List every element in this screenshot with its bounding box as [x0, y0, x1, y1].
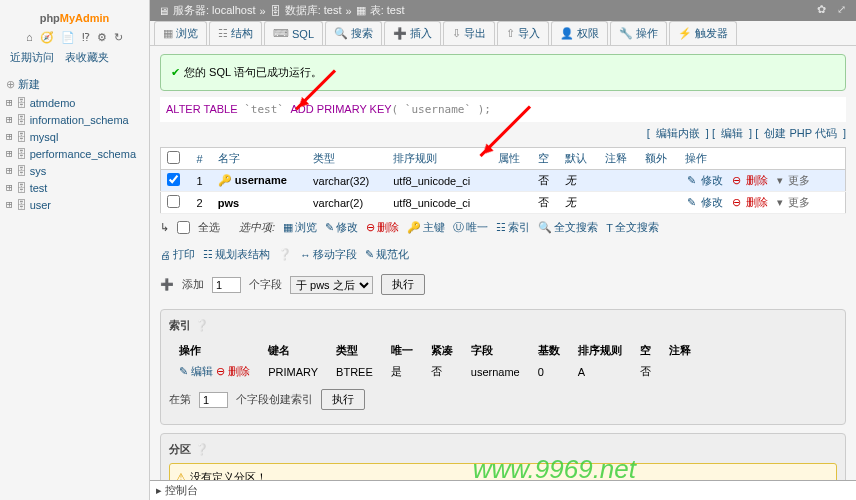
bc-db[interactable]: 数据库: test — [285, 3, 342, 18]
normalize-link[interactable]: ✎ 规范化 — [365, 247, 409, 262]
col-num[interactable]: # — [190, 148, 211, 170]
tree-db[interactable]: ⊞🗄information_schema — [4, 111, 145, 128]
bc-server[interactable]: 服务器: localhost — [173, 3, 256, 18]
result-links: [ 编辑内嵌 ] [ 编辑 ] [ 创建 PHP 代码 ] — [160, 126, 846, 141]
bc-table[interactable]: 表: test — [370, 3, 405, 18]
recent-link[interactable]: 近期访问 — [10, 51, 54, 63]
add-position-select[interactable]: 于 pws 之后 — [290, 276, 373, 294]
tab-triggers[interactable]: ⚡触发器 — [669, 21, 737, 45]
tab-import[interactable]: ⇧导入 — [497, 21, 549, 45]
add-count-input[interactable] — [212, 277, 241, 293]
propose-link[interactable]: ☷ 规划表结构 — [203, 247, 270, 262]
row-more[interactable]: ▾ 更多 — [777, 174, 812, 186]
tree-new[interactable]: ⊕新建 — [4, 75, 145, 94]
col-extra: 额外 — [639, 148, 679, 170]
table-icon: ▦ — [356, 4, 366, 17]
index-go-button[interactable]: 执行 — [321, 389, 365, 410]
tree-db[interactable]: ⊞🗄mysql — [4, 128, 145, 145]
db-tree: ⊕新建 ⊞🗄atmdemo ⊞🗄information_schema ⊞🗄mys… — [0, 69, 149, 219]
bulk-browse[interactable]: ▦ 浏览 — [283, 220, 317, 235]
bulk-fulltext2[interactable]: T 全文搜索 — [606, 220, 659, 235]
home-icon[interactable]: ⌂ — [26, 31, 33, 43]
help-icon[interactable]: ❔ — [195, 319, 209, 332]
db-icon: 🗄 — [16, 148, 27, 160]
bulk-primary[interactable]: 🔑 主键 — [407, 220, 445, 235]
settings-icon[interactable]: ⚙ — [97, 31, 107, 43]
edit-inline-link[interactable]: 编辑内嵌 — [656, 127, 700, 139]
tree-db[interactable]: ⊞🗄performance_schema — [4, 145, 145, 162]
db-icon: 🗄 — [16, 131, 27, 143]
table-row: 1 🔑 username varchar(32)utf8_unicode_ci … — [161, 170, 846, 192]
privileges-icon: 👤 — [560, 27, 574, 40]
edit-link[interactable]: 编辑 — [721, 127, 743, 139]
page-settings-icon[interactable]: ✿ — [817, 3, 826, 16]
structure-icon: ☷ — [218, 27, 228, 40]
bulk-delete[interactable]: ⊖ 删除 — [366, 220, 399, 235]
row-check[interactable] — [167, 173, 180, 186]
tab-sql[interactable]: ⌨SQL — [264, 21, 323, 45]
index-count-input[interactable] — [199, 392, 228, 408]
tab-export[interactable]: ⇩导出 — [443, 21, 495, 45]
triggers-icon: ⚡ — [678, 27, 692, 40]
tree-db[interactable]: ⊞🗄atmdemo — [4, 94, 145, 111]
add-go-button[interactable]: 执行 — [381, 274, 425, 295]
index-row: ✎ 编辑 ⊖ 删除 PRIMARYBTREE是 否username0 A否 — [171, 362, 699, 381]
check-all[interactable] — [167, 151, 180, 164]
row-delete[interactable]: ⊖ 删除 — [732, 174, 770, 186]
idx-delete[interactable]: ⊖ 删除 — [216, 365, 250, 377]
move-cols-link[interactable]: ↔ 移动字段 — [300, 247, 357, 262]
sidebar-icon-row: ⌂ 🧭 📄 ⁉ ⚙ ↻ — [0, 29, 149, 46]
tab-bar: ▦浏览 ☷结构 ⌨SQL 🔍搜索 ➕插入 ⇩导出 ⇧导入 👤权限 🔧操作 ⚡触发… — [150, 21, 856, 46]
print-link[interactable]: 🖨 打印 — [160, 247, 195, 262]
columns-table: # 名字 类型 排序规则 属性 空 默认 注释 额外 操作 1 🔑 userna… — [160, 147, 846, 214]
tab-privileges[interactable]: 👤权限 — [551, 21, 608, 45]
logo: phpMyAdmin — [0, 0, 149, 29]
tab-insert[interactable]: ➕插入 — [384, 21, 441, 45]
server-icon: 🖥 — [158, 5, 169, 17]
sql-icon[interactable]: 📄 — [61, 31, 75, 43]
reload-icon[interactable]: ↻ — [114, 31, 123, 43]
breadcrumb-bar: 🖥服务器: localhost » 🗄数据库: test » ▦表: test … — [150, 0, 856, 21]
create-php-link[interactable]: 创建 PHP 代码 — [764, 127, 837, 139]
page-exit-icon[interactable]: ⤢ — [837, 3, 846, 16]
tree-db[interactable]: ⊞🗄sys — [4, 162, 145, 179]
docs-icon[interactable]: ⁉ — [82, 31, 90, 43]
index-table: 操作键名类型 唯一紧凑字段 基数排序规则空注释 ✎ 编辑 ⊖ 删除 PRIMAR… — [169, 339, 701, 383]
add-column-row: ➕ 添加 个字段 于 pws 之后 执行 — [160, 268, 846, 301]
index-panel: 索引 ❔ 操作键名类型 唯一紧凑字段 基数排序规则空注释 ✎ 编辑 ⊖ 删除 P… — [160, 309, 846, 425]
tab-search[interactable]: 🔍搜索 — [325, 21, 382, 45]
row-more[interactable]: ▾ 更多 — [777, 196, 812, 208]
col-default: 默认 — [559, 148, 599, 170]
col-collation: 排序规则 — [387, 148, 492, 170]
tab-structure[interactable]: ☷结构 — [209, 21, 262, 45]
col-name[interactable]: 名字 — [212, 148, 307, 170]
tab-browse[interactable]: ▦浏览 — [154, 21, 207, 45]
bulk-index[interactable]: ☷ 索引 — [496, 220, 530, 235]
structure-tools: 🖨 打印 ☷ 规划表结构 ❔ ↔ 移动字段 ✎ 规范化 — [160, 241, 846, 268]
table-row: 2 pws varchar(2)utf8_unicode_ci 否无 ✎ 修改 … — [161, 192, 846, 214]
bulk-fulltext[interactable]: 🔍 全文搜索 — [538, 220, 598, 235]
bulk-edit[interactable]: ✎ 修改 — [325, 220, 358, 235]
row-check[interactable] — [167, 195, 180, 208]
tab-operations[interactable]: 🔧操作 — [610, 21, 667, 45]
row-edit[interactable]: ✎ 修改 — [687, 196, 725, 208]
db-icon: 🗄 — [16, 199, 27, 211]
col-type: 类型 — [307, 148, 387, 170]
sidebar-quick-links: 近期访问 表收藏夹 — [0, 46, 149, 69]
idx-edit[interactable]: ✎ 编辑 — [179, 365, 213, 377]
search-icon: 🔍 — [334, 27, 348, 40]
db-icon: 🗄 — [16, 182, 27, 194]
row-edit[interactable]: ✎ 修改 — [687, 174, 725, 186]
bulk-check-all[interactable] — [177, 221, 190, 234]
console-bar[interactable]: ▸ 控制台 — [150, 480, 856, 500]
tree-db[interactable]: ⊞🗄user — [4, 196, 145, 213]
db-icon: 🗄 — [16, 114, 27, 126]
sql-preview: ALTER TABLE `test` ADD PRIMARY KEY( `use… — [160, 97, 846, 122]
favorites-link[interactable]: 表收藏夹 — [65, 51, 109, 63]
tree-db[interactable]: ⊞🗄test — [4, 179, 145, 196]
logout-icon[interactable]: 🧭 — [40, 31, 54, 43]
db-icon: 🗄 — [16, 97, 27, 109]
col-null: 空 — [532, 148, 559, 170]
row-delete[interactable]: ⊖ 删除 — [732, 196, 770, 208]
bulk-unique[interactable]: Ⓤ 唯一 — [453, 220, 488, 235]
